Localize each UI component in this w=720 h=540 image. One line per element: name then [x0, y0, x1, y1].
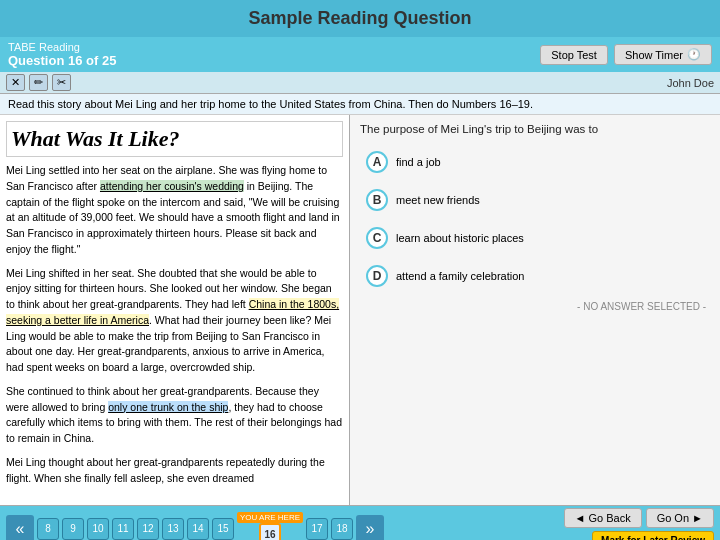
question-number: Question 16 of 25 [8, 53, 116, 68]
nav-10-wrap: 10 [87, 518, 109, 540]
nav-18-button[interactable]: 18 [331, 518, 353, 540]
answer-option-d[interactable]: D attend a family celebration [360, 261, 710, 291]
nav-18-wrap: 18 [331, 518, 353, 540]
nav-14-button[interactable]: 14 [187, 518, 209, 540]
go-back-button[interactable]: ◄ Go Back [564, 508, 642, 528]
nav-left: « 8 9 10 11 12 13 14 15 YOU ARE HERE 16 [6, 512, 384, 540]
nav-12-button[interactable]: 12 [137, 518, 159, 540]
nav-15-wrap: 15 [212, 518, 234, 540]
title-bar: Sample Reading Question [0, 0, 720, 37]
option-letter-b: B [366, 189, 388, 211]
nav-16-wrap: YOU ARE HERE 16 [237, 512, 303, 540]
prev-page-button[interactable]: « [6, 515, 34, 541]
option-letter-a: A [366, 151, 388, 173]
passage-paragraph-3: She continued to think about her great-g… [6, 384, 343, 447]
passage-title: What Was It Like? [6, 121, 343, 157]
pencil-button[interactable]: ✏ [29, 74, 48, 91]
nav-16-button[interactable]: 16 [259, 523, 281, 540]
next-page-button[interactable]: » [356, 515, 384, 541]
question-panel: The purpose of Mei Ling's trip to Beijin… [350, 115, 720, 505]
option-text-c: learn about historic places [396, 232, 524, 244]
option-text-b: meet new friends [396, 194, 480, 206]
nav-14-wrap: 14 [187, 518, 209, 540]
answer-option-c[interactable]: C learn about historic places [360, 223, 710, 253]
nav-8-wrap: 8 [37, 518, 59, 540]
subject-label: TABE Reading [8, 41, 116, 53]
question-text: The purpose of Mei Ling's trip to Beijin… [360, 123, 710, 135]
option-letter-d: D [366, 265, 388, 287]
nav-8-button[interactable]: 8 [37, 518, 59, 540]
close-button[interactable]: ✕ [6, 74, 25, 91]
header-left: TABE Reading Question 16 of 25 [8, 41, 116, 68]
answer-option-b[interactable]: B meet new friends [360, 185, 710, 215]
nav-11-wrap: 11 [112, 518, 134, 540]
option-text-d: attend a family celebration [396, 270, 524, 282]
header: TABE Reading Question 16 of 25 Stop Test… [0, 37, 720, 72]
scissors-button[interactable]: ✂ [52, 74, 71, 91]
nav-9-wrap: 9 [62, 518, 84, 540]
option-text-a: find a job [396, 156, 441, 168]
nav-9-button[interactable]: 9 [62, 518, 84, 540]
mark-for-later-button[interactable]: Mark for Later Review [592, 531, 714, 541]
toolbar-left: ✕ ✏ ✂ [6, 74, 71, 91]
nav-11-button[interactable]: 11 [112, 518, 134, 540]
nav-12-wrap: 12 [137, 518, 159, 540]
stop-test-button[interactable]: Stop Test [540, 45, 608, 65]
passage-inner[interactable]: What Was It Like? Mei Ling settled into … [0, 115, 349, 505]
nav-17-wrap: 17 [306, 518, 328, 540]
main-content: What Was It Like? Mei Ling settled into … [0, 115, 720, 505]
highlight-china: China in the 1800s, seeking a better lif… [6, 298, 339, 326]
header-right: Stop Test Show Timer 🕐 [540, 44, 712, 65]
toolbar: ✕ ✏ ✂ John Doe [0, 72, 720, 94]
nav-10-button[interactable]: 10 [87, 518, 109, 540]
nav-right: ◄ Go Back Go On ► Mark for Later Review [564, 508, 715, 541]
instruction-text: Read this story about Mei Ling and her t… [0, 94, 720, 115]
answer-option-a[interactable]: A find a job [360, 147, 710, 177]
highlight-trunk: only one trunk on the ship [108, 401, 228, 413]
nav-15-button[interactable]: 15 [212, 518, 234, 540]
passage-paragraph-1: Mei Ling settled into her seat on the ai… [6, 163, 343, 258]
passage-panel: What Was It Like? Mei Ling settled into … [0, 115, 350, 505]
passage-paragraph-2: Mei Ling shifted in her seat. She doubte… [6, 266, 343, 376]
user-name: John Doe [667, 77, 714, 89]
go-nav-row: ◄ Go Back Go On ► [564, 508, 715, 528]
bottom-nav: « 8 9 10 11 12 13 14 15 YOU ARE HERE 16 [0, 505, 720, 540]
passage-paragraph-4: Mei Ling thought about her great-grandpa… [6, 455, 343, 487]
nav-13-wrap: 13 [162, 518, 184, 540]
show-timer-button[interactable]: Show Timer 🕐 [614, 44, 712, 65]
title-text: Sample Reading Question [248, 8, 471, 28]
you-are-here-label: YOU ARE HERE [237, 512, 303, 523]
no-answer-label: - NO ANSWER SELECTED - [360, 301, 710, 312]
highlight-cousin-wedding: attending her cousin's wedding [100, 180, 244, 192]
go-on-button[interactable]: Go On ► [646, 508, 714, 528]
nav-13-button[interactable]: 13 [162, 518, 184, 540]
option-letter-c: C [366, 227, 388, 249]
nav-17-button[interactable]: 17 [306, 518, 328, 540]
timer-icon: 🕐 [687, 48, 701, 61]
